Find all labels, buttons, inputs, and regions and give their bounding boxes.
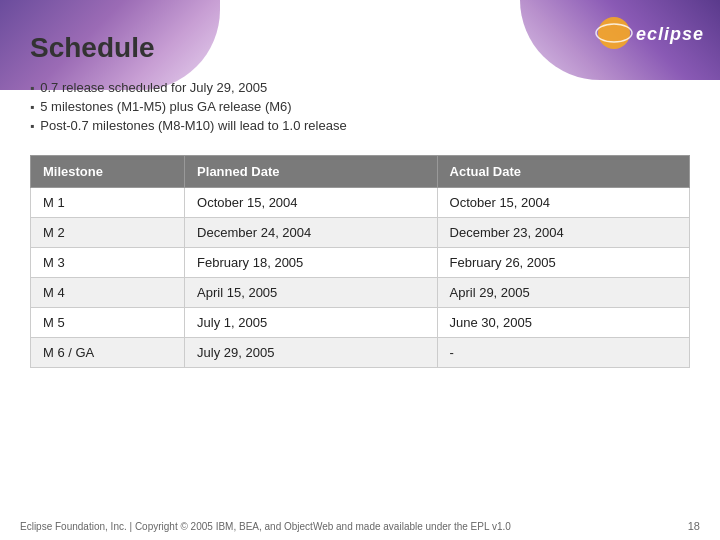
table-cell-0-1: October 15, 2004 [185,188,437,218]
table-cell-1-2: December 23, 2004 [437,218,689,248]
table-row: M 1October 15, 2004October 15, 2004 [31,188,690,218]
bullet-item-2: 5 milestones (M1-M5) plus GA release (M6… [30,99,690,114]
footer: Eclipse Foundation, Inc. | Copyright © 2… [0,520,720,532]
table-cell-3-1: April 15, 2005 [185,278,437,308]
table-row: M 6 / GAJuly 29, 2005- [31,338,690,368]
table-cell-4-0: M 5 [31,308,185,338]
table-row: M 2December 24, 2004December 23, 2004 [31,218,690,248]
col-header-milestone: Milestone [31,156,185,188]
bullet-list: 0.7 release scheduled for July 29, 2005 … [30,80,690,133]
table-cell-5-2: - [437,338,689,368]
schedule-table: Milestone Planned Date Actual Date M 1Oc… [30,155,690,368]
table-cell-5-0: M 6 / GA [31,338,185,368]
table-cell-0-2: October 15, 2004 [437,188,689,218]
svg-point-0 [598,17,630,49]
table-cell-1-1: December 24, 2004 [185,218,437,248]
table-cell-1-0: M 2 [31,218,185,248]
table-cell-0-0: M 1 [31,188,185,218]
table-body: M 1October 15, 2004October 15, 2004M 2De… [31,188,690,368]
bullet-item-3: Post-0.7 milestones (M8-M10) will lead t… [30,118,690,133]
eclipse-logo: eclipse [594,14,704,52]
table-cell-5-1: July 29, 2005 [185,338,437,368]
svg-text:eclipse: eclipse [636,24,704,44]
table-row: M 3February 18, 2005February 26, 2005 [31,248,690,278]
footer-page-number: 18 [688,520,700,532]
table-cell-2-1: February 18, 2005 [185,248,437,278]
table-row: M 4April 15, 2005April 29, 2005 [31,278,690,308]
col-header-planned: Planned Date [185,156,437,188]
col-header-actual: Actual Date [437,156,689,188]
bullet-item-1: 0.7 release scheduled for July 29, 2005 [30,80,690,95]
table-cell-4-1: July 1, 2005 [185,308,437,338]
table-cell-4-2: June 30, 2005 [437,308,689,338]
table-cell-2-2: February 26, 2005 [437,248,689,278]
page-title: Schedule [30,32,690,64]
table-row: M 5July 1, 2005June 30, 2005 [31,308,690,338]
table-cell-3-0: M 4 [31,278,185,308]
table-header-row: Milestone Planned Date Actual Date [31,156,690,188]
table-cell-2-0: M 3 [31,248,185,278]
footer-copyright: Eclipse Foundation, Inc. | Copyright © 2… [20,521,511,532]
eclipse-logo-svg: eclipse [594,14,704,52]
main-content: Schedule 0.7 release scheduled for July … [0,0,720,540]
table-cell-3-2: April 29, 2005 [437,278,689,308]
